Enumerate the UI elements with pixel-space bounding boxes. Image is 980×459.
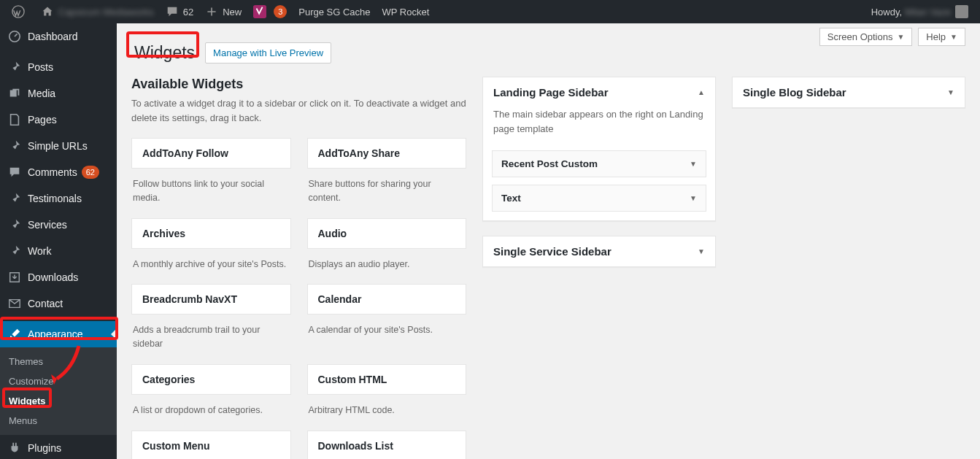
placed-widget-name: Text [501,193,521,204]
new-content-menu[interactable]: New [199,0,247,23]
sidebar-item-plugins[interactable]: Plugins [0,435,117,459]
sidebar-item-testimonials[interactable]: Testimonals [0,185,117,212]
screen-options-button[interactable]: Screen Options ▼ [819,28,913,46]
placed-widget[interactable]: Recent Post Custom ▼ [492,150,706,177]
submenu-item-widgets[interactable]: Widgets [0,391,117,411]
appearance-submenu: Themes Customize Widgets Menus [0,347,117,435]
user-display-name: Milan Vaze [905,7,951,18]
available-widget[interactable]: Archives [131,218,291,249]
pin-icon [7,217,22,232]
sidebar-item-dashboard[interactable]: Dashboard [0,23,117,50]
wp-logo-menu[interactable] [6,0,35,23]
manage-live-preview-link[interactable]: Manage with Live Preview [205,42,331,63]
site-name-menu[interactable]: Capsicum Mediaworks [35,0,160,23]
sidebar-item-simple-urls[interactable]: Simple URLs [0,133,117,159]
submenu-item-menus[interactable]: Menus [0,411,117,431]
purge-cache-button[interactable]: Purge SG Cache [293,0,376,23]
submenu-item-themes[interactable]: Themes [0,352,117,371]
submenu-label: Themes [9,356,43,367]
help-button[interactable]: Help ▼ [918,28,965,46]
comments-menu[interactable]: 62 [160,0,199,23]
caret-down-icon: ▼ [690,194,697,202]
widget-desc: A calendar of your site's Posts. [307,322,467,337]
caret-down-icon: ▼ [947,88,954,96]
sidebar-area-desc: The main sidebar appears on the right on… [483,107,715,143]
widget-desc: Follow buttons link to your social media… [131,176,291,205]
widget-name: Categories [142,374,195,385]
sidebar-item-label: Contact [28,298,63,309]
help-label: Help [926,31,946,42]
sidebar-item-label: Media [28,88,55,99]
available-widget[interactable]: Categories [131,364,291,395]
widget-desc: A monthly archive of your site's Posts. [131,256,291,271]
sidebar-area-header[interactable]: Landing Page Sidebar ▲ [483,77,715,107]
available-widget[interactable]: Custom Menu [131,431,291,460]
widget-desc: Displays an audio player. [307,256,467,271]
available-widget[interactable]: AddToAny Follow [131,138,291,169]
sidebar-area-single-blog: Single Blog Sidebar ▼ [732,77,965,108]
screen-options-label: Screen Options [827,31,893,42]
sidebar-area-title: Landing Page Sidebar [493,86,609,99]
content-area: Screen Options ▼ Help ▼ Widgets Manage w… [117,23,980,459]
sidebar-item-label: Testimonals [28,193,82,204]
sidebar-item-posts[interactable]: Posts [0,54,117,80]
widget-name: Custom Menu [142,440,210,452]
available-widget[interactable]: Breadcrumb NavXT [131,284,291,315]
admin-sidebar: Dashboard Posts Media Pages Simple URLs … [0,23,117,459]
caret-down-icon: ▼ [897,33,904,41]
placed-widget-name: Recent Post Custom [501,158,598,169]
widget-name: Custom HTML [318,374,387,385]
sidebar-area-title: Single Blog Sidebar [743,86,846,99]
sidebar-item-label: Downloads [28,271,78,283]
available-widget[interactable]: Calendar [307,284,467,315]
widget-desc: A list or dropdown of categories. [131,402,291,417]
sidebar-item-media[interactable]: Media [0,80,117,107]
widget-desc: Share buttons for sharing your content. [307,176,467,205]
yoast-icon [253,5,266,18]
account-menu[interactable]: Howdy, Milan Vaze [865,0,974,23]
pin-icon [7,191,22,206]
sidebar-area-single-service: Single Service Sidebar ▼ [482,236,716,267]
sidebar-item-label: Work [28,245,51,257]
widget-name: Calendar [318,293,362,305]
home-icon [41,5,54,18]
sidebar-area-header[interactable]: Single Blog Sidebar ▼ [733,77,965,107]
submenu-label: Customize [9,376,53,387]
sidebar-item-label: Appearance [28,328,83,340]
yoast-menu[interactable]: 3 [247,0,293,23]
sidebar-item-pages[interactable]: Pages [0,107,117,133]
caret-down-icon: ▼ [698,247,705,255]
sidebar-item-work[interactable]: Work [0,238,117,264]
sidebar-item-downloads[interactable]: Downloads [0,264,117,290]
available-widgets-desc: To activate a widget drag it to a sideba… [131,96,466,125]
sidebar-item-comments[interactable]: Comments 62 [0,159,117,185]
media-icon [7,86,22,101]
available-widget[interactable]: Audio [307,218,467,249]
sidebar-area-body[interactable]: Recent Post Custom ▼ Text ▼ [483,150,715,220]
site-name-label: Capsicum Mediaworks [58,7,154,18]
widget-name: AddToAny Follow [142,147,228,159]
sidebar-areas-column-2: Single Blog Sidebar ▼ [732,77,965,123]
sidebar-item-contact[interactable]: Contact [0,290,117,317]
submenu-item-customize[interactable]: Customize [0,371,117,391]
sidebar-item-services[interactable]: Services [0,212,117,238]
sidebar-areas-column-1: Landing Page Sidebar ▲ The main sidebar … [482,77,716,282]
sidebar-item-label: Dashboard [28,31,78,42]
page-icon [7,112,22,127]
sidebar-item-label: Services [28,219,67,231]
available-widget[interactable]: AddToAny Share [307,138,467,169]
available-widget[interactable]: Downloads List [307,431,467,460]
wp-rocket-menu[interactable]: WP Rocket [377,0,436,23]
widget-name: Audio [318,228,347,239]
sidebar-item-appearance[interactable]: Appearance [0,321,117,347]
avatar [955,5,968,18]
pin-icon [7,139,22,153]
widget-name: Breadcrumb NavXT [142,293,237,305]
sidebar-item-label: Comments [28,166,77,178]
available-widget[interactable]: Custom HTML [307,364,467,395]
sidebar-area-header[interactable]: Single Service Sidebar ▼ [483,236,715,266]
caret-down-icon: ▼ [690,160,697,168]
envelope-icon [7,296,22,311]
placed-widget[interactable]: Text ▼ [492,185,706,212]
caret-up-icon: ▲ [698,88,705,96]
